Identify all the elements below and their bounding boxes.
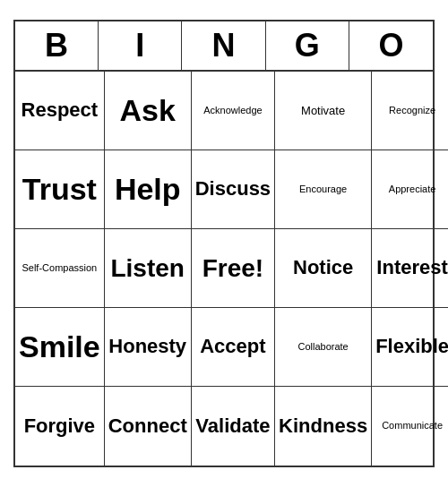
cell-15[interactable]: Smile [15, 308, 105, 387]
cell-text-20: Forgive [24, 414, 95, 438]
cell-20[interactable]: Forgive [15, 387, 105, 466]
bingo-card: B I N G O RespectAskAcknowledgeMotivateR… [13, 20, 435, 467]
cell-13[interactable]: Notice [275, 229, 372, 308]
cell-17[interactable]: Accept [192, 308, 275, 387]
cell-text-23: Kindness [279, 414, 367, 438]
cell-23[interactable]: Kindness [275, 387, 372, 466]
cell-12[interactable]: Free! [192, 229, 275, 308]
cell-text-0: Respect [22, 98, 99, 122]
cell-9[interactable]: Appreciate [372, 150, 448, 229]
cell-8[interactable]: Encourage [275, 150, 372, 229]
cell-text-6: Help [115, 171, 181, 208]
cell-text-18: Collaborate [297, 341, 348, 353]
cell-text-15: Smile [19, 329, 100, 365]
cell-text-17: Accept [200, 335, 265, 358]
cell-19[interactable]: Flexible [372, 308, 448, 387]
cell-1[interactable]: Ask [105, 72, 192, 150]
cell-4[interactable]: Recognize [372, 72, 448, 150]
cell-text-3: Motivate [301, 104, 345, 118]
cell-7[interactable]: Discuss [192, 150, 275, 229]
cell-10[interactable]: Self-Compassion [15, 229, 105, 308]
cell-11[interactable]: Listen [105, 229, 192, 308]
header-i: I [99, 21, 182, 70]
cell-0[interactable]: Respect [15, 72, 105, 150]
cell-text-13: Notice [293, 256, 353, 279]
cell-text-7: Discuss [195, 177, 271, 201]
cell-text-2: Acknowledge [203, 105, 262, 116]
cell-3[interactable]: Motivate [275, 72, 372, 150]
cell-text-21: Connect [108, 414, 187, 438]
cell-text-16: Honesty [108, 335, 186, 358]
cell-6[interactable]: Help [105, 150, 192, 229]
cell-2[interactable]: Acknowledge [192, 72, 275, 150]
cell-text-19: Flexible [375, 335, 448, 358]
cell-22[interactable]: Validate [192, 387, 275, 466]
cell-18[interactable]: Collaborate [275, 308, 372, 387]
cell-text-1: Ask [120, 92, 176, 129]
header-b: B [15, 21, 99, 70]
cell-text-5: Trust [22, 171, 97, 208]
cell-text-9: Appreciate [389, 184, 436, 195]
cell-text-14: Interest [376, 256, 447, 279]
cell-text-24: Communicate [382, 420, 443, 431]
cell-16[interactable]: Honesty [105, 308, 192, 387]
header-o: O [349, 21, 433, 70]
cell-text-4: Recognize [389, 105, 435, 116]
bingo-header: B I N G O [15, 21, 433, 72]
cell-text-8: Encourage [299, 184, 347, 195]
cell-text-10: Self-Compassion [22, 262, 97, 274]
cell-5[interactable]: Trust [15, 150, 105, 229]
header-n: N [182, 21, 265, 70]
cell-text-22: Validate [195, 414, 270, 438]
cell-24[interactable]: Communicate [372, 387, 448, 466]
bingo-grid: RespectAskAcknowledgeMotivateRecognizeTr… [15, 72, 433, 466]
cell-text-11: Listen [110, 253, 184, 284]
cell-21[interactable]: Connect [105, 387, 192, 466]
header-g: G [266, 21, 349, 70]
cell-text-12: Free! [202, 253, 263, 284]
cell-14[interactable]: Interest [372, 229, 448, 308]
